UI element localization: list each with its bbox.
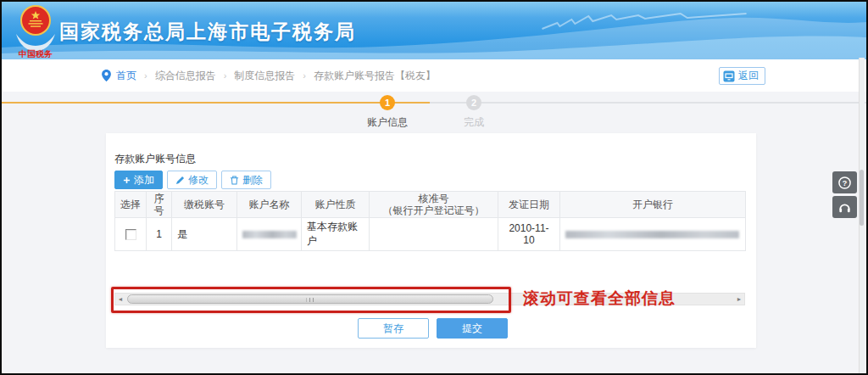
- cell-tax-account: 是: [172, 218, 237, 251]
- col-approval-no-line1: 核准号: [419, 193, 449, 204]
- return-button-label: 返回: [738, 69, 759, 83]
- cell-seq: 1: [147, 218, 172, 251]
- side-toolbar: ?: [832, 171, 857, 218]
- scroll-right-arrow-icon[interactable]: ►: [734, 294, 744, 305]
- step-wizard: 1 2 账户信息 完成: [2, 91, 866, 130]
- breadcrumb: 首页 › 综合信息报告 › 制度信息报告 › 存款账户账号报告【税友】: [102, 59, 436, 92]
- logo-caption: 中国税务: [19, 49, 53, 58]
- save-draft-button[interactable]: 暂存: [358, 318, 429, 339]
- question-circle-icon: ?: [837, 176, 852, 190]
- trash-icon: [230, 176, 239, 185]
- breadcrumb-separator: ›: [224, 70, 227, 81]
- plus-icon: [123, 176, 131, 184]
- add-button-label: 添加: [134, 173, 154, 188]
- return-icon: [723, 70, 735, 82]
- step-2-dot: 2: [466, 95, 481, 110]
- breadcrumb-separator: ›: [303, 70, 306, 81]
- delete-button-label: 删除: [242, 173, 263, 188]
- pencil-icon: [175, 176, 185, 185]
- add-button[interactable]: 添加: [114, 171, 163, 189]
- vertical-scrollbar-thumb[interactable]: [860, 170, 864, 226]
- step-1-dot: 1: [380, 95, 395, 110]
- section-title: 存款账户账号信息: [114, 152, 196, 166]
- headset-icon: [837, 200, 852, 215]
- annotation-highlight-box: [111, 287, 511, 313]
- cell-account-nature: 基本存款账户: [302, 218, 370, 251]
- page-title: 国家税务总局上海市电子税务局: [59, 19, 356, 45]
- step-2-label: 完成: [464, 115, 484, 130]
- breadcrumb-item-deposit-account-report[interactable]: 存款账户账号报告【税友】: [314, 69, 436, 83]
- breadcrumb-item-comprehensive-report[interactable]: 综合信息报告: [155, 69, 216, 83]
- col-bank: 开户银行: [560, 192, 746, 218]
- modify-button[interactable]: 修改: [167, 171, 217, 189]
- col-account-name: 账户名称: [237, 192, 302, 218]
- customer-service-button[interactable]: [832, 196, 857, 218]
- col-select: 选择: [115, 192, 147, 218]
- tax-bureau-logo-icon: 中国税务: [12, 3, 59, 58]
- delete-button[interactable]: 删除: [221, 171, 271, 189]
- table-row: 1 是 基本存款账户 2010-11-10: [115, 218, 746, 251]
- svg-text:?: ?: [843, 178, 848, 187]
- col-account-nature: 账户性质: [302, 192, 370, 218]
- return-button[interactable]: 返回: [719, 67, 765, 85]
- table-toolbar: 添加 修改 删除: [114, 171, 271, 189]
- cell-issue-date: 2010-11-10: [498, 218, 560, 251]
- step-1-label: 账户信息: [367, 115, 408, 130]
- step-line-pending: [430, 102, 866, 104]
- cell-account-name: [237, 218, 302, 251]
- col-approval-no: 核准号 （银行开户登记证号）: [370, 192, 498, 218]
- table-header-row: 选择 序号 缴税账号 账户名称 账户性质 核准号 （银行开户登记证号） 发证日期…: [115, 192, 746, 218]
- col-seq: 序号: [147, 192, 172, 218]
- submit-button[interactable]: 提交: [437, 318, 508, 339]
- cell-bank: [560, 218, 746, 251]
- modify-button-label: 修改: [188, 173, 209, 188]
- breadcrumb-separator: ›: [144, 70, 147, 81]
- col-tax-account: 缴税账号: [172, 192, 237, 218]
- accounts-table: 选择 序号 缴税账号 账户名称 账户性质 核准号 （银行开户登记证号） 发证日期…: [114, 191, 746, 251]
- breadcrumb-item-system-report[interactable]: 制度信息报告: [234, 69, 295, 83]
- redacted-bank-name: [565, 231, 739, 238]
- help-button[interactable]: ?: [832, 171, 857, 193]
- app-header: 中国税务 国家税务总局上海市电子税务局: [2, 2, 866, 59]
- redacted-account-name: [242, 231, 297, 238]
- scroll-hint-text: 滚动可查看全部信息: [523, 288, 676, 310]
- breadcrumb-bar: 首页 › 综合信息报告 › 制度信息报告 › 存款账户账号报告【税友】 返回: [2, 59, 866, 92]
- breadcrumb-home[interactable]: 首页: [116, 69, 136, 83]
- col-issue-date: 发证日期: [498, 192, 560, 218]
- col-approval-no-line2: （银行开户登记证号）: [383, 204, 485, 216]
- content-card: 存款账户账号信息 添加 修改 删除 选择 序: [106, 133, 756, 348]
- page: 中国税务 国家税务总局上海市电子税务局 首页 › 综合信息报告 › 制度信息报告…: [0, 0, 868, 375]
- step-line-active: [2, 102, 430, 104]
- location-pin-icon: [102, 70, 111, 81]
- row-checkbox[interactable]: [125, 229, 136, 240]
- cell-approval-no: [370, 218, 498, 251]
